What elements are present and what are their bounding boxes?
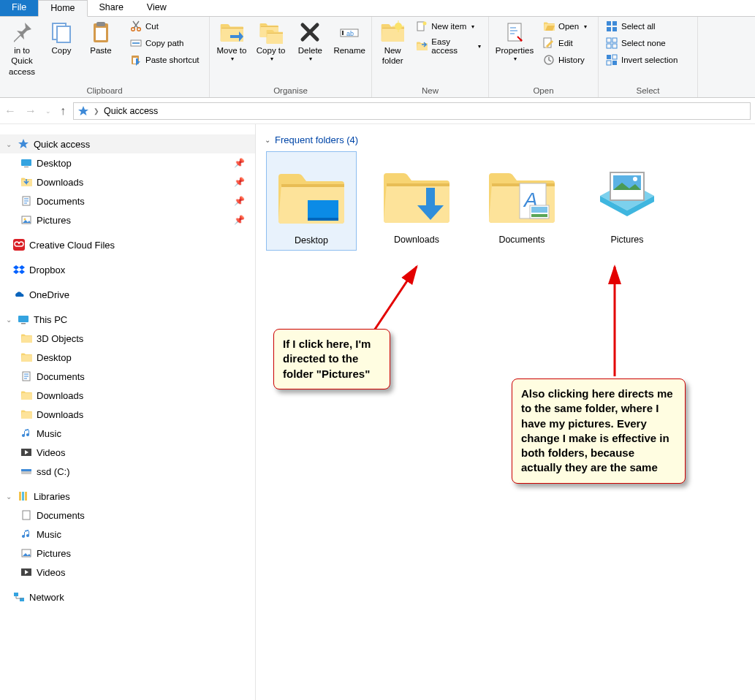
sidebar-item-quick-access[interactable]: ⌄ Quick access bbox=[0, 134, 255, 153]
new-item-icon bbox=[416, 20, 428, 32]
onedrive-icon bbox=[13, 289, 25, 300]
sidebar-item-videos[interactable]: Videos bbox=[0, 443, 255, 462]
pin-icon: 📌 bbox=[234, 215, 245, 225]
sidebar-item-onedrive[interactable]: OneDrive bbox=[0, 285, 255, 304]
nav-recent-button[interactable]: ⌄ bbox=[45, 107, 51, 115]
svg-rect-44 bbox=[21, 323, 26, 324]
edit-button[interactable]: Edit bbox=[539, 35, 591, 51]
svg-text:ab: ab bbox=[346, 30, 354, 37]
folder-tile-documents[interactable]: A Documents bbox=[477, 151, 567, 251]
svg-rect-43 bbox=[18, 316, 29, 322]
svg-rect-38 bbox=[24, 167, 29, 167]
tab-home[interactable]: Home bbox=[38, 0, 87, 17]
sidebar-item-lib-music[interactable]: Music bbox=[0, 525, 255, 544]
new-folder-button[interactable]: New folder bbox=[376, 18, 409, 66]
annotation-arrow-right bbox=[604, 263, 626, 380]
svg-rect-35 bbox=[607, 61, 611, 65]
svg-rect-26 bbox=[612, 21, 617, 26]
sidebar-item-downloads-3[interactable]: Downloads bbox=[0, 405, 255, 424]
sidebar-item-pictures[interactable]: Pictures 📌 bbox=[0, 210, 255, 229]
section-header-frequent[interactable]: ⌄ Frequent folders (4) bbox=[263, 134, 755, 145]
chevron-down-icon: ▾ bbox=[231, 56, 234, 63]
address-bar-row: ← → ⌄ ↑ ❯ Quick access bbox=[0, 98, 755, 124]
sidebar-item-creative-cloud[interactable]: Creative Cloud Files bbox=[0, 235, 255, 254]
paste-icon bbox=[89, 20, 113, 44]
chevron-down-icon: ▾ bbox=[471, 23, 474, 30]
breadcrumb[interactable]: ❯ Quick access bbox=[73, 102, 751, 120]
move-to-button[interactable]: Move to▾ bbox=[213, 18, 250, 63]
paste-shortcut-button[interactable]: Paste shortcut bbox=[126, 52, 203, 68]
select-all-icon bbox=[606, 20, 618, 32]
history-button[interactable]: History bbox=[539, 52, 591, 68]
sidebar-item-this-pc[interactable]: ⌄ This PC bbox=[0, 310, 255, 329]
svg-rect-1 bbox=[57, 26, 70, 42]
sidebar-item-downloads[interactable]: Downloads 📌 bbox=[0, 172, 255, 191]
copy-button[interactable]: Copy bbox=[43, 18, 80, 56]
sidebar-item-music[interactable]: Music bbox=[0, 424, 255, 443]
nav-back-button[interactable]: ← bbox=[4, 104, 16, 118]
folder-tile-desktop[interactable]: Desktop bbox=[266, 151, 357, 251]
pin-icon: 📌 bbox=[234, 158, 245, 168]
this-pc-icon bbox=[18, 313, 29, 325]
folder-tile-downloads[interactable]: Downloads bbox=[371, 151, 462, 251]
sidebar-item-libraries[interactable]: ⌄ Libraries bbox=[0, 487, 255, 506]
sidebar-item-lib-videos[interactable]: Videos bbox=[0, 563, 255, 582]
dropbox-icon bbox=[13, 264, 25, 275]
copy-path-button[interactable]: Copy path bbox=[126, 35, 203, 51]
sidebar-item-desktop-2[interactable]: Desktop bbox=[0, 348, 255, 367]
annotation-callout-right: Also clicking here directs me to the sam… bbox=[512, 378, 686, 484]
copy-path-icon bbox=[130, 37, 142, 49]
svg-point-20 bbox=[423, 22, 427, 26]
documents-icon bbox=[20, 370, 32, 382]
svg-point-6 bbox=[137, 28, 141, 31]
paste-button[interactable]: Paste bbox=[83, 18, 119, 56]
history-icon bbox=[543, 54, 555, 66]
pin-quick-access-button[interactable]: in to Quick access bbox=[4, 18, 40, 77]
select-all-button[interactable]: Select all bbox=[602, 18, 681, 34]
tab-file[interactable]: File bbox=[0, 0, 38, 16]
nav-up-button[interactable]: ↑ bbox=[60, 104, 66, 118]
cut-button[interactable]: Cut bbox=[126, 18, 203, 34]
sidebar-item-network[interactable]: Network bbox=[0, 587, 255, 606]
svg-rect-58 bbox=[308, 218, 338, 221]
pictures-icon bbox=[20, 214, 32, 226]
svg-rect-63 bbox=[531, 214, 547, 217]
creative-cloud-icon bbox=[13, 239, 25, 251]
sidebar-item-desktop[interactable]: Desktop 📌 bbox=[0, 153, 255, 172]
drive-icon bbox=[20, 465, 32, 477]
sidebar-item-ssd-c[interactable]: ssd (C:) bbox=[0, 462, 255, 481]
svg-rect-52 bbox=[23, 511, 30, 520]
move-to-icon bbox=[220, 20, 243, 44]
sidebar-item-documents-2[interactable]: Documents bbox=[0, 367, 255, 386]
folder-tile-pictures[interactable]: Pictures bbox=[582, 151, 672, 251]
svg-rect-3 bbox=[96, 22, 105, 26]
easy-access-icon bbox=[416, 40, 428, 52]
group-organise-label: Organise bbox=[213, 85, 368, 97]
sidebar-item-lib-pictures[interactable]: Pictures bbox=[0, 544, 255, 563]
svg-line-67 bbox=[373, 267, 417, 332]
content-pane: ⌄ Frequent folders (4) Desktop Downloads… bbox=[256, 124, 755, 700]
open-button[interactable]: Open▾ bbox=[539, 18, 591, 34]
invert-selection-button[interactable]: Invert selection bbox=[602, 52, 681, 68]
delete-button[interactable]: Delete▾ bbox=[292, 18, 329, 63]
svg-point-5 bbox=[132, 28, 135, 31]
select-none-button[interactable]: Select none bbox=[602, 35, 681, 51]
properties-button[interactable]: Properties▾ bbox=[493, 18, 536, 63]
pin-icon: 📌 bbox=[234, 196, 245, 206]
new-item-button[interactable]: New item▾ bbox=[412, 18, 485, 34]
open-icon bbox=[543, 20, 555, 32]
sidebar-item-lib-documents[interactable]: Documents bbox=[0, 506, 255, 525]
rename-button[interactable]: ab Rename bbox=[331, 18, 368, 56]
sidebar-item-downloads-2[interactable]: Downloads bbox=[0, 386, 255, 405]
copy-to-button[interactable]: Copy to▾ bbox=[253, 18, 289, 63]
svg-rect-27 bbox=[607, 27, 611, 31]
sidebar-item-documents[interactable]: Documents 📌 bbox=[0, 191, 255, 210]
tab-share[interactable]: Share bbox=[88, 0, 135, 16]
svg-rect-49 bbox=[19, 492, 21, 501]
tab-view[interactable]: View bbox=[135, 0, 178, 16]
sidebar-item-dropbox[interactable]: Dropbox bbox=[0, 260, 255, 279]
nav-forward-button[interactable]: → bbox=[25, 104, 37, 118]
desktop-icon bbox=[20, 157, 32, 169]
sidebar-item-3d-objects[interactable]: 3D Objects bbox=[0, 329, 255, 348]
easy-access-button[interactable]: Easy access▾ bbox=[412, 35, 485, 57]
